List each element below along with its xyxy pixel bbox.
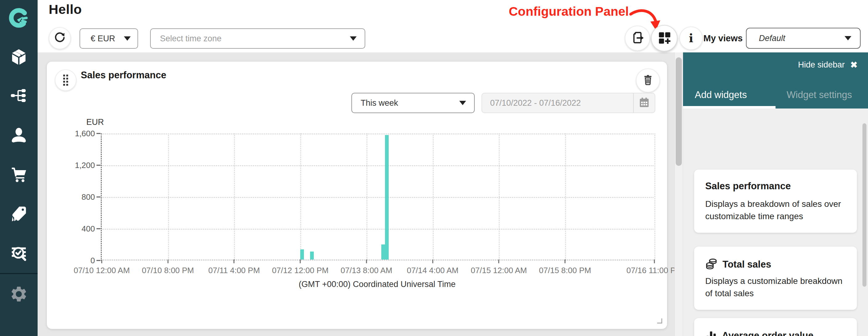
x-tick-mark	[565, 259, 566, 263]
widget-card-average-order-value[interactable]: Average order valueDisplays a customizab…	[694, 318, 857, 336]
active-tab-underline	[683, 106, 776, 109]
top-toolbar: Hello € EUR Select time zone Configurati…	[38, 0, 868, 52]
configuration-panel-button[interactable]	[651, 25, 678, 52]
widgets-grid-plus-icon	[657, 31, 671, 46]
refresh-icon	[54, 32, 66, 45]
nav-divider	[0, 273, 38, 274]
my-views-label: My views	[704, 33, 743, 43]
customers-person-icon	[10, 126, 28, 144]
nav-item-customers[interactable]	[0, 120, 38, 150]
nav-item-categories[interactable]	[0, 81, 38, 110]
y-tick-mark	[96, 133, 100, 134]
sales-bar	[300, 249, 304, 259]
sales-performance-widget: Sales performance This week	[47, 62, 667, 329]
date-range-value: 07/10/2022 - 07/16/2022	[482, 98, 633, 108]
y-tick-label: 1,200	[58, 161, 95, 170]
timezone-select[interactable]: Select time zone	[150, 28, 365, 49]
chevron-down-icon	[350, 36, 356, 41]
y-tick-label: 1,600	[58, 129, 95, 139]
nav-item-settings[interactable]	[0, 279, 38, 309]
sales-chart-plot: EUR 04008001,2001,60007/10 12:00 AM07/10…	[101, 133, 653, 261]
x-tick-mark	[167, 259, 168, 263]
export-icon	[631, 31, 644, 45]
x-tick-mark	[654, 259, 655, 263]
orders-cart-icon	[10, 166, 28, 184]
nav-item-orders[interactable]	[0, 160, 38, 190]
widget-title: Sales performance	[81, 70, 166, 81]
x-tick-label: 07/15 8:00 PM	[516, 266, 614, 275]
views-select[interactable]: Default	[746, 28, 861, 49]
refresh-button[interactable]	[49, 27, 71, 49]
nav-item-audit[interactable]	[0, 239, 38, 269]
y-tick-mark	[96, 260, 100, 261]
app-logo[interactable]	[0, 3, 38, 33]
app-logo-gauge-icon	[7, 6, 31, 30]
discounts-tags-icon	[10, 205, 28, 223]
info-icon: i	[689, 32, 693, 44]
widget-card-description: Displays a breakdown of sales over custo…	[705, 198, 846, 222]
timezone-placeholder: Select time zone	[160, 34, 222, 43]
sidebar-scrollbar-thumb[interactable]	[863, 123, 866, 287]
tab-widget-settings[interactable]: Widget settings	[786, 89, 852, 100]
y-tick-label: 400	[58, 224, 95, 234]
nav-item-discounts[interactable]	[0, 200, 38, 229]
calendar-button[interactable]	[633, 93, 655, 113]
y-tick-mark	[96, 165, 100, 166]
x-tick-mark	[300, 259, 301, 263]
info-button[interactable]: i	[679, 27, 703, 50]
x-tick-mark	[101, 259, 102, 263]
date-range-field[interactable]: 07/10/2022 - 07/16/2022	[482, 93, 655, 113]
y-gridline	[102, 197, 653, 198]
audit-search-icon	[10, 245, 28, 263]
x-gridline	[654, 133, 655, 259]
x-tick-mark	[432, 259, 433, 263]
widget-resize-handle[interactable]	[656, 317, 663, 325]
views-value: Default	[759, 34, 785, 43]
y-tick-label: 0	[58, 256, 95, 266]
x-tick-mark	[366, 259, 367, 263]
sales-bar	[381, 244, 385, 259]
x-tick-mark	[234, 259, 235, 263]
time-range-select[interactable]: This week	[351, 93, 475, 113]
x-gridline	[168, 133, 169, 259]
main-scrollbar-thumb[interactable]	[676, 57, 682, 166]
coins-icon	[705, 258, 718, 271]
y-axis-unit-label: EUR	[86, 117, 104, 127]
widget-card-total-sales[interactable]: Total salesDisplays a customizable break…	[694, 247, 857, 310]
app-nav-rail	[0, 0, 38, 336]
calendar-icon	[638, 96, 650, 110]
tab-add-widgets[interactable]: Add widgets	[695, 89, 747, 100]
dashboard-canvas: Sales performance This week	[38, 52, 675, 336]
x-gridline	[565, 133, 566, 259]
currency-value: € EUR	[91, 34, 115, 43]
close-icon: ✖	[850, 60, 858, 70]
time-range-value: This week	[361, 98, 398, 108]
widget-drag-handle[interactable]	[55, 69, 76, 91]
x-gridline	[367, 133, 367, 259]
widget-card-sales-performance[interactable]: Sales performanceDisplays a breakdown of…	[694, 170, 857, 233]
products-package-icon	[10, 48, 28, 66]
y-tick-label: 800	[58, 192, 95, 202]
currency-select[interactable]: € EUR	[80, 28, 138, 49]
export-button[interactable]	[625, 26, 650, 51]
widget-library-list: Sales performanceDisplays a breakdown of…	[683, 109, 868, 336]
chevron-down-icon	[124, 36, 131, 41]
hide-sidebar-button[interactable]: Hide sidebar ✖	[798, 60, 858, 70]
y-gridline	[102, 229, 653, 230]
chevron-down-icon	[844, 36, 851, 40]
delete-widget-button[interactable]	[636, 68, 660, 92]
chevron-down-icon	[459, 101, 466, 105]
widget-card-title: Average order value	[722, 330, 813, 336]
configuration-sidebar-header: Hide sidebar ✖ Add widgets Widget settin…	[683, 52, 868, 109]
x-gridline	[499, 133, 500, 259]
y-gridline	[102, 165, 653, 166]
timezone-caption: (GMT +00:00) Coordinated Universal Time	[101, 280, 653, 289]
sales-bar	[310, 251, 314, 259]
y-gridline	[102, 133, 653, 134]
x-gridline	[300, 133, 301, 259]
y-tick-mark	[96, 197, 100, 197]
dashboard-app: Hello € EUR Select time zone Configurati…	[0, 0, 868, 336]
drag-dots-icon	[63, 74, 68, 86]
x-gridline	[234, 133, 235, 259]
nav-item-products[interactable]	[0, 42, 38, 72]
